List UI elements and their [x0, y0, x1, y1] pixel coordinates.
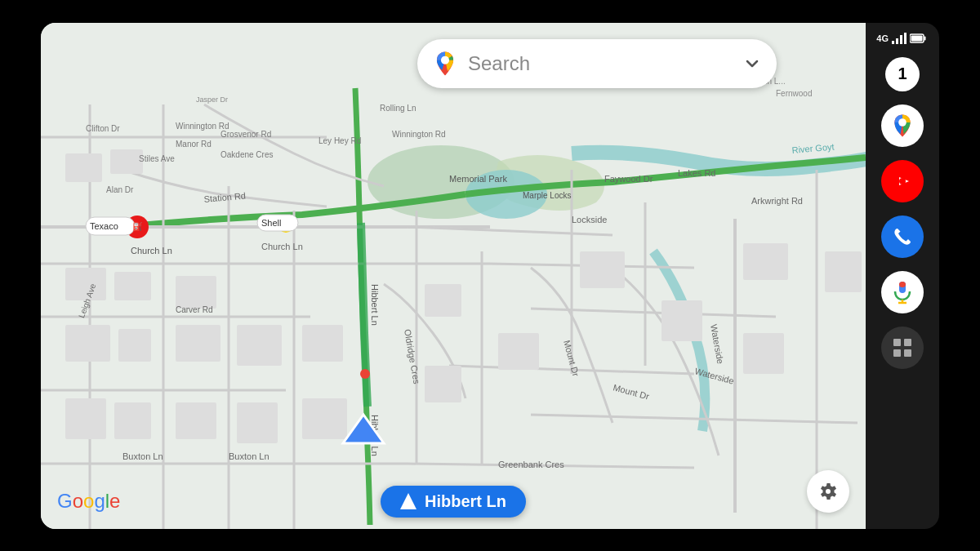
sidebar-item-grid[interactable]	[881, 327, 924, 369]
right-sidebar: 4G 1	[866, 23, 939, 529]
svg-rect-33	[176, 276, 216, 309]
svg-text:Jasper Dr: Jasper Dr	[196, 96, 228, 104]
nav-arrow-icon	[400, 493, 416, 509]
svg-rect-46	[743, 333, 784, 374]
svg-rect-35	[176, 402, 216, 439]
maps-app-icon	[889, 113, 915, 139]
svg-text:Grosvenor Rd: Grosvenor Rd	[220, 130, 271, 139]
svg-rect-45	[743, 243, 788, 280]
svg-text:Shell: Shell	[261, 218, 281, 228]
svg-text:Hibbert Ln: Hibbert Ln	[370, 284, 380, 326]
google-logo-g: G	[57, 490, 73, 512]
google-logo-g2: g	[94, 490, 105, 512]
svg-rect-39	[302, 398, 347, 439]
battery-icon	[910, 33, 926, 43]
svg-text:Ley Hey Rd: Ley Hey Rd	[318, 136, 361, 145]
svg-point-108	[899, 178, 906, 184]
sidebar-item-maps[interactable]	[881, 104, 924, 147]
signal-bars-icon	[892, 33, 906, 44]
svg-rect-99	[896, 38, 898, 44]
notification-badge[interactable]: 1	[885, 57, 920, 91]
map-svg: Station Rd Church Ln Church Ln Leigh Ave…	[41, 23, 866, 529]
google-logo-o1: o	[73, 490, 83, 512]
svg-text:Faywood Dr: Faywood Dr	[604, 174, 653, 184]
svg-text:Stiles Ave: Stiles Ave	[139, 154, 175, 163]
search-input-label: Search	[468, 52, 741, 75]
svg-text:Greenbank Cres: Greenbank Cres	[498, 460, 564, 469]
svg-text:Fernwood: Fernwood	[776, 89, 812, 98]
map-area: Station Rd Church Ln Church Ln Leigh Ave…	[41, 23, 866, 529]
svg-rect-30	[118, 329, 151, 362]
svg-text:Marple Locks: Marple Locks	[523, 191, 571, 200]
sidebar-item-phone[interactable]	[881, 216, 924, 258]
svg-rect-116	[904, 349, 911, 357]
svg-rect-26	[110, 149, 143, 174]
nav-pill[interactable]: Hibbert Ln	[381, 486, 526, 518]
screen-container: Station Rd Church Ln Church Ln Leigh Ave…	[41, 23, 939, 529]
search-bar[interactable]: Search	[417, 39, 777, 88]
assistant-icon	[890, 280, 915, 304]
svg-rect-115	[893, 349, 901, 357]
sidebar-item-youtube[interactable]	[881, 160, 924, 202]
svg-text:Alan Dr: Alan Dr	[106, 185, 134, 194]
svg-rect-31	[65, 398, 106, 439]
nav-street-name: Hibbert Ln	[425, 492, 506, 511]
svg-text:Memorial Park: Memorial Park	[449, 174, 507, 184]
svg-text:Lockside: Lockside	[572, 215, 607, 224]
lte-indicator: 4G	[876, 33, 889, 43]
svg-point-105	[898, 118, 906, 127]
svg-rect-47	[825, 251, 862, 292]
svg-text:Arkwright Rd: Arkwright Rd	[751, 196, 803, 206]
svg-point-93	[360, 369, 370, 379]
grid-icon	[892, 337, 913, 358]
svg-rect-41	[425, 366, 461, 402]
notification-count: 1	[898, 64, 906, 83]
svg-rect-28	[114, 272, 151, 300]
google-logo: Google	[57, 490, 120, 513]
svg-text:Buxton Ln: Buxton Ln	[122, 451, 163, 461]
svg-rect-114	[904, 339, 911, 346]
svg-rect-42	[498, 333, 539, 370]
svg-rect-110	[899, 282, 906, 287]
svg-rect-40	[425, 284, 461, 317]
svg-text:Texaco: Texaco	[90, 221, 118, 231]
sidebar-item-assistant[interactable]	[881, 271, 924, 313]
svg-text:Rolling Ln: Rolling Ln	[380, 104, 416, 113]
svg-rect-98	[892, 41, 894, 44]
svg-rect-44	[662, 300, 702, 341]
svg-rect-38	[302, 325, 343, 362]
svg-rect-34	[176, 325, 220, 362]
svg-text:Lakes Rd: Lakes Rd	[678, 168, 715, 178]
svg-text:Church Ln: Church Ln	[131, 246, 172, 256]
youtube-music-icon	[891, 170, 914, 193]
svg-text:Winnington Rd: Winnington Rd	[392, 130, 446, 139]
settings-button[interactable]	[807, 470, 849, 513]
google-logo-o2: o	[83, 490, 94, 512]
svg-text:Oakdene Cres: Oakdene Cres	[220, 150, 273, 159]
svg-rect-29	[65, 325, 110, 362]
svg-rect-36	[237, 325, 282, 366]
gear-icon	[817, 480, 840, 503]
maps-pin-icon	[430, 49, 460, 78]
svg-rect-100	[900, 35, 902, 44]
svg-rect-32	[114, 402, 151, 439]
svg-text:Clifton Dr: Clifton Dr	[86, 124, 120, 133]
svg-text:Manor Rd: Manor Rd	[176, 140, 212, 149]
google-logo-e: e	[109, 490, 120, 512]
svg-rect-43	[580, 251, 625, 288]
svg-rect-101	[904, 33, 906, 44]
svg-rect-103	[924, 36, 926, 40]
svg-rect-104	[911, 35, 923, 41]
status-bar: 4G	[866, 33, 939, 44]
svg-rect-25	[65, 153, 102, 182]
chevron-down-icon[interactable]	[741, 52, 764, 75]
svg-text:Church Ln: Church Ln	[261, 242, 303, 251]
svg-text:Buxton Ln: Buxton Ln	[229, 451, 270, 461]
svg-text:Carver Rd: Carver Rd	[176, 305, 213, 314]
svg-rect-37	[237, 402, 278, 443]
svg-rect-113	[893, 339, 901, 346]
svg-point-97	[826, 489, 831, 494]
svg-point-96	[441, 56, 449, 64]
signal-row: 4G	[872, 33, 933, 44]
phone-icon	[891, 225, 914, 248]
